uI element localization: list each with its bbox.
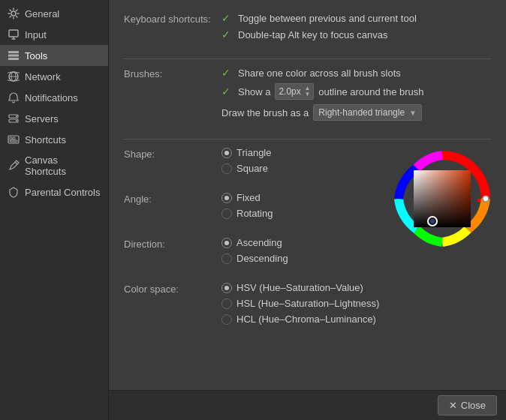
- color-space-content: HSV (Hue–Saturation–Value) HSL (Hue–Satu…: [221, 282, 491, 329]
- brushes-section: Brushes: ✓ Share one color across all br…: [124, 67, 491, 125]
- hue-selector-dot[interactable]: [483, 196, 489, 202]
- color-space-hsv-text: HSV (Hue–Saturation–Value): [236, 282, 363, 293]
- brush-size-spinbox[interactable]: ▲ ▼: [275, 83, 314, 100]
- shape-triangle-text: Triangle: [236, 147, 271, 158]
- svg-rect-2: [8, 51, 19, 53]
- color-space-label: Color space:: [124, 282, 221, 329]
- sidebar-item-parental-controls[interactable]: Parental Controls: [0, 182, 108, 202]
- svg-rect-1: [9, 30, 18, 37]
- close-icon: ✕: [449, 400, 457, 411]
- sidebar-item-network[interactable]: Network: [0, 66, 108, 87]
- color-space-option2-row[interactable]: HSL (Hue–Saturation–Lightness): [221, 298, 491, 309]
- main-content: Keyboard shortcuts: ✓ Toggle between pre…: [109, 0, 506, 420]
- app-window: General Input Tools: [0, 0, 506, 420]
- input-icon: [8, 28, 20, 40]
- direction-label: Direction:: [124, 237, 221, 268]
- check1-icon: ✓: [221, 12, 233, 24]
- direction-ascending-radio[interactable]: [221, 238, 232, 248]
- color-space-hsv-radio[interactable]: [221, 283, 232, 293]
- check2-icon: ✓: [221, 28, 233, 40]
- general-icon: [8, 8, 20, 20]
- brush-shape-dropdown[interactable]: Right-handed triangle ▼: [313, 104, 422, 121]
- brushes-option3-prefix: Draw the brush as a: [221, 107, 309, 118]
- color-space-hcl-radio[interactable]: [221, 314, 232, 325]
- brush-size-input[interactable]: [279, 86, 303, 97]
- sidebar-item-canvas-shortcuts[interactable]: Canvas Shortcuts: [0, 150, 108, 182]
- svg-point-10: [16, 120, 17, 122]
- sidebar-item-label: Network: [25, 71, 61, 82]
- network-icon: [8, 70, 20, 82]
- angle-label: Angle:: [124, 192, 221, 224]
- dropdown-arrow-icon: ▼: [409, 109, 417, 117]
- svg-rect-14: [10, 140, 17, 142]
- color-wheel-container[interactable]: [393, 150, 491, 248]
- servers-icon: [8, 112, 20, 124]
- parental-controls-icon: [8, 186, 20, 198]
- divider1: [124, 58, 491, 59]
- tools-icon: [8, 50, 20, 62]
- close-button[interactable]: ✕ Close: [438, 395, 497, 416]
- shortcuts-icon: [8, 134, 20, 146]
- svg-point-0: [11, 11, 16, 16]
- canvas-shortcuts-icon: [8, 160, 20, 172]
- shape-square-text: Square: [236, 163, 268, 174]
- brushes-option3-row: Draw the brush as a Right-handed triangl…: [221, 104, 491, 121]
- sidebar: General Input Tools: [0, 0, 109, 420]
- spinbox-arrows[interactable]: ▲ ▼: [304, 86, 310, 98]
- brushes-option1-row: ✓ Share one color across all brush slots: [221, 67, 491, 79]
- direction-descending-text: Descending: [236, 253, 288, 264]
- sidebar-item-label: Input: [25, 29, 47, 40]
- sidebar-item-label: Parental Controls: [25, 187, 100, 198]
- direction-ascending-text: Ascending: [236, 237, 282, 248]
- color-space-section: Color space: HSV (Hue–Saturation–Value) …: [124, 282, 491, 329]
- svg-rect-13: [13, 137, 15, 140]
- angle-fixed-radio[interactable]: [221, 193, 232, 203]
- angle-rotating-text: Rotating: [236, 208, 273, 219]
- sidebar-item-label: Canvas Shortcuts: [25, 154, 101, 177]
- keyboard-option1-text: Toggle between previous and current tool: [238, 13, 417, 24]
- sidebar-item-label: Tools: [25, 50, 47, 62]
- svg-rect-18: [414, 170, 471, 227]
- color-space-option3-row[interactable]: HCL (Hue–Chroma–Luminance): [221, 314, 491, 325]
- svg-rect-3: [8, 55, 19, 57]
- angle-rotating-radio[interactable]: [221, 208, 232, 219]
- brushes-option2-prefix: Show a: [238, 86, 270, 98]
- direction-option2-row[interactable]: Descending: [221, 253, 491, 264]
- brushes-option2-suffix: outline around the brush: [318, 86, 423, 98]
- svg-point-9: [16, 116, 17, 117]
- direction-descending-radio[interactable]: [221, 254, 232, 264]
- keyboard-shortcuts-content: ✓ Toggle between previous and current to…: [221, 12, 491, 45]
- close-label: Close: [461, 400, 486, 411]
- check3-icon: ✓: [221, 67, 233, 79]
- sidebar-item-label: Notifications: [25, 92, 78, 104]
- keyboard-option1-row: ✓ Toggle between previous and current to…: [221, 12, 491, 24]
- shape-triangle-radio[interactable]: [221, 148, 232, 158]
- sidebar-item-label: Shortcuts: [25, 134, 66, 146]
- shape-square-radio[interactable]: [221, 164, 232, 174]
- svg-point-19: [430, 219, 435, 224]
- sidebar-item-general[interactable]: General: [0, 3, 108, 24]
- angle-fixed-text: Fixed: [236, 192, 261, 203]
- sidebar-item-servers[interactable]: Servers: [0, 108, 108, 129]
- keyboard-shortcuts-label: Keyboard shortcuts:: [124, 12, 221, 45]
- spinbox-down-icon[interactable]: ▼: [304, 92, 310, 98]
- sidebar-item-shortcuts[interactable]: Shortcuts: [0, 129, 108, 150]
- brushes-content: ✓ Share one color across all brush slots…: [221, 67, 491, 125]
- bottom-bar: ✕ Close: [109, 390, 506, 420]
- sidebar-item-notifications[interactable]: Notifications: [0, 87, 108, 108]
- shape-label: Shape:: [124, 147, 221, 178]
- brush-shape-value: Right-handed triangle: [318, 107, 405, 118]
- brushes-label: Brushes:: [124, 67, 221, 125]
- brushes-option2-row: ✓ Show a ▲ ▼ outline around the brush: [221, 83, 491, 100]
- color-wheel-svg[interactable]: [393, 150, 491, 248]
- notifications-icon: [8, 92, 20, 104]
- sidebar-item-label: Servers: [25, 113, 59, 124]
- color-space-hcl-text: HCL (Hue–Chroma–Luminance): [236, 314, 376, 325]
- brushes-option1-text: Share one color across all brush slots: [238, 68, 401, 79]
- color-space-option1-row[interactable]: HSV (Hue–Saturation–Value): [221, 282, 491, 293]
- sidebar-item-label: General: [25, 8, 59, 20]
- sidebar-item-tools[interactable]: Tools: [0, 45, 108, 66]
- color-space-hsl-radio[interactable]: [221, 298, 232, 309]
- divider2: [124, 139, 491, 140]
- sidebar-item-input[interactable]: Input: [0, 24, 108, 45]
